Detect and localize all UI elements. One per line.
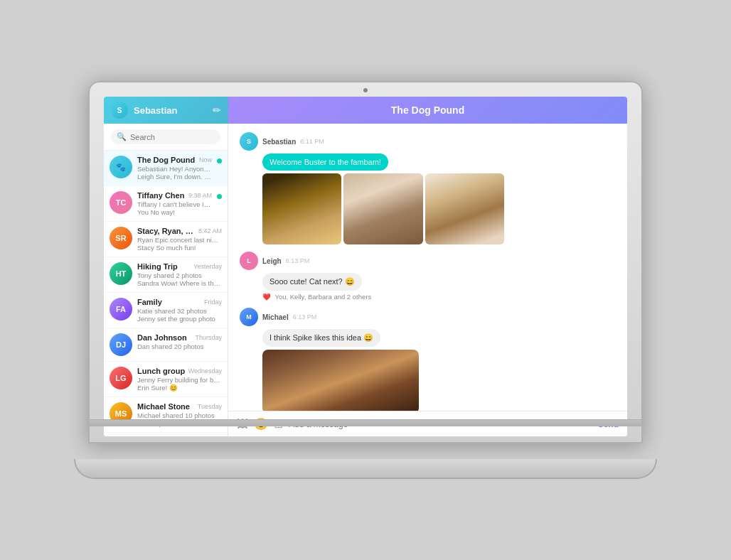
conversation-item-family[interactable]: FA Family Friday Katie shared 32 photos … xyxy=(104,293,228,328)
laptop-body: S Sebastian ✏ The Dog Pound 🔍 xyxy=(88,81,643,443)
conv-content: Stacy, Ryan, Henry 8:42 AM Ryan Epic con… xyxy=(137,227,222,252)
avatar: TC xyxy=(110,191,132,214)
message-bubble: I think Spike likes this idea 😄 xyxy=(262,329,380,347)
conversation-item-dog-pound[interactable]: 🐾 The Dog Pound Now Sebastian Hey! Anyon… xyxy=(104,151,228,186)
chat-area: S Sebastian 6:11 PM Welcome Buster to th… xyxy=(228,124,627,436)
conv-time: Tuesday xyxy=(198,403,222,410)
conversation-item-stacy[interactable]: SR Stacy, Ryan, Henry 8:42 AM Ryan Epic … xyxy=(104,222,228,257)
sidebar: 🔍 🐾 The Dog Pound xyxy=(104,124,228,436)
avatar: LG xyxy=(110,367,132,389)
search-bar: 🔍 xyxy=(104,124,228,151)
header-right: The Dog Pound xyxy=(228,97,627,124)
conv-time: Thursday xyxy=(195,334,222,341)
avatar: L xyxy=(240,252,258,270)
heart-icon: ❤️ xyxy=(262,293,271,301)
conv-header-row: Family Friday xyxy=(137,298,222,306)
conversation-item-michael-stone[interactable]: MS Michael Stone Tuesday Michael shared … xyxy=(104,397,228,433)
msg-timestamp: 6:13 PM xyxy=(293,313,317,321)
conv-preview: Dan shared 20 photos xyxy=(137,343,222,350)
conversation-list: 🐾 The Dog Pound Now Sebastian Hey! Anyon… xyxy=(104,151,228,436)
conv-preview: Tiffany I can't believe I just ran into.… xyxy=(137,200,212,208)
conversation-item-tiffany[interactable]: TC Tiffany Chen 9:38 AM Tiffany I can't … xyxy=(104,186,228,222)
avatar: S xyxy=(240,132,258,151)
avatar: M xyxy=(240,308,258,326)
unread-indicator xyxy=(217,158,222,163)
conv-preview2: Stacy So much fun! xyxy=(137,244,222,252)
conv-content: Dan Johnson Thursday Dan shared 20 photo… xyxy=(137,333,222,350)
app-header: S Sebastian ✏ The Dog Pound xyxy=(104,97,627,124)
conv-content: Tiffany Chen 9:38 AM Tiffany I can't bel… xyxy=(137,191,212,216)
photo-cell xyxy=(425,173,504,244)
conv-name: Lunch group xyxy=(137,367,185,375)
msg-meta: M Michael 6:13 PM xyxy=(240,308,616,326)
conversation-item-dan[interactable]: DJ Dan Johnson Thursday Dan shared 20 ph… xyxy=(104,328,228,362)
msg-sender: Leigh xyxy=(262,257,282,265)
msg-meta: S Sebastian 6:11 PM xyxy=(240,132,616,151)
conv-time: 9:38 AM xyxy=(188,192,212,199)
conv-time: Wednesday xyxy=(188,367,222,375)
photo-cell xyxy=(262,350,419,411)
message-group-leigh: L Leigh 6:13 PM Sooo cute! Cat next? 😄 ❤… xyxy=(240,252,616,301)
conv-preview: Sebastian Hey! Anyone interested in... xyxy=(137,165,212,173)
conv-content: Hiking Trip Yesterday Tony shared 2 phot… xyxy=(137,262,222,287)
likes-row: ❤️ You, Kelly, Barbara and 2 others xyxy=(262,293,616,301)
message-group-michael: M Michael 6:13 PM I think Spike likes th… xyxy=(240,308,616,411)
conv-header-row: Dan Johnson Thursday xyxy=(137,333,222,342)
conv-header-row: Michael Stone Tuesday xyxy=(137,402,222,411)
avatar: DJ xyxy=(110,333,132,356)
msg-timestamp: 6:11 PM xyxy=(300,138,324,145)
conv-header-row: Hiking Trip Yesterday xyxy=(137,262,222,271)
conv-header-row: Tiffany Chen 9:38 AM xyxy=(137,191,212,200)
conversation-item-lunch[interactable]: LG Lunch group Wednesday Jenny Ferry bui… xyxy=(104,362,228,397)
conv-time: Friday xyxy=(204,298,222,306)
conv-content: Family Friday Katie shared 32 photos Jen… xyxy=(137,298,222,323)
conv-preview: Ryan Epic concert last night! · 27 photo… xyxy=(137,236,222,244)
conversation-item-hiking[interactable]: HT Hiking Trip Yesterday Tony shared 2 p… xyxy=(104,257,228,293)
screen: S Sebastian ✏ The Dog Pound 🔍 xyxy=(104,97,627,436)
header-left: S Sebastian ✏ xyxy=(104,97,228,124)
chat-messages: S Sebastian 6:11 PM Welcome Buster to th… xyxy=(228,124,627,411)
conv-header-row: The Dog Pound Now xyxy=(137,156,212,164)
chat-title: The Dog Pound xyxy=(391,104,464,116)
message-bubble: Welcome Buster to the fambam! xyxy=(262,154,388,171)
conv-name: Stacy, Ryan, Henry xyxy=(137,227,196,235)
conv-preview2: Erin Sure! 😊 xyxy=(137,384,222,392)
conv-name: The Dog Pound xyxy=(137,156,195,164)
avatar: SR xyxy=(110,227,132,249)
edit-icon[interactable]: ✏ xyxy=(213,104,221,116)
conv-preview: Jenny Ferry building for brunch on Satur… xyxy=(137,376,222,384)
app: S Sebastian ✏ The Dog Pound 🔍 xyxy=(104,97,627,436)
photo-cell xyxy=(262,173,341,244)
conversation-item-maria[interactable]: MM Maria, Michael Monday Maria What are … xyxy=(104,433,228,436)
conv-name: Hiking Trip xyxy=(137,262,178,271)
conv-header-row: Stacy, Ryan, Henry 8:42 AM xyxy=(137,227,222,235)
avatar: S xyxy=(111,102,128,119)
conv-content: The Dog Pound Now Sebastian Hey! Anyone … xyxy=(137,156,212,181)
photo-grid xyxy=(262,173,504,244)
conv-name: Dan Johnson xyxy=(137,333,187,342)
laptop-base xyxy=(74,459,657,479)
conv-content: Lunch group Wednesday Jenny Ferry buildi… xyxy=(137,367,222,392)
conv-preview: Tony shared 2 photos xyxy=(137,271,222,279)
header-username: Sebastian xyxy=(134,105,207,116)
msg-meta: L Leigh 6:13 PM xyxy=(240,252,616,270)
conv-preview2: You No way! xyxy=(137,208,212,216)
search-input-wrap[interactable]: 🔍 xyxy=(111,129,220,144)
avatar: 🐾 xyxy=(110,156,132,178)
search-input[interactable] xyxy=(130,133,215,141)
likes-text: You, Kelly, Barbara and 2 others xyxy=(274,293,371,301)
conv-preview2: Leigh Sure, I'm down. Where should... xyxy=(137,173,212,181)
conv-name: Family xyxy=(137,298,162,306)
message-bubble: Sooo cute! Cat next? 😄 xyxy=(262,273,362,291)
conv-header-row: Lunch group Wednesday xyxy=(137,367,222,375)
camera-notch xyxy=(363,88,368,92)
laptop-hinge xyxy=(90,419,641,426)
unread-indicator xyxy=(217,194,222,199)
conv-name: Michael Stone xyxy=(137,402,190,411)
conv-time: 8:42 AM xyxy=(198,227,222,235)
msg-sender: Sebastian xyxy=(262,138,296,146)
photo-cell xyxy=(343,173,422,244)
msg-sender: Michael xyxy=(262,313,289,321)
conv-preview2: Sandra Wow! Where is this, Tony? xyxy=(137,279,222,287)
conv-name: Tiffany Chen xyxy=(137,191,184,200)
